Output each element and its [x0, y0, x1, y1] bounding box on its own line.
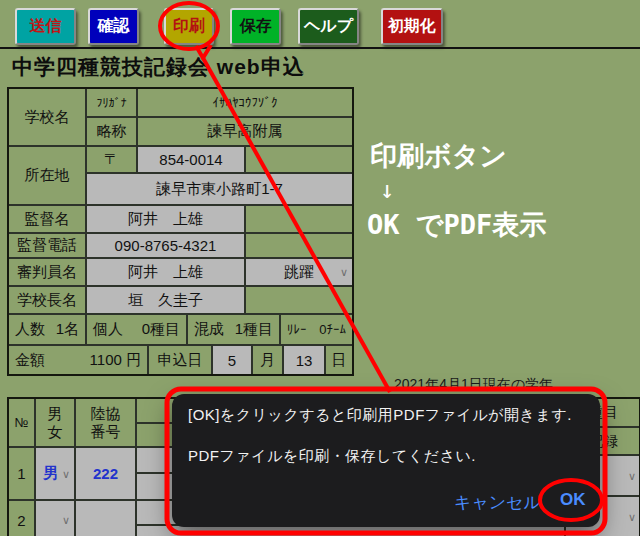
annotation-line1: 印刷ボタン — [370, 138, 507, 174]
fee-value: 1100 円 — [90, 351, 141, 370]
chevron-down-icon: ∨ — [340, 266, 348, 279]
coach-label: 監督名 — [8, 205, 86, 233]
school-name-label: 学校名 — [8, 88, 86, 146]
address-input[interactable]: 諫早市東小路町1-7 — [86, 173, 353, 205]
row2-assoc-input[interactable] — [75, 500, 136, 536]
furigana-value[interactable]: ｲｻﾊﾔｺｳﾌｿﾞｸ — [137, 88, 353, 117]
individual-value: 0種目 — [142, 320, 180, 339]
count-cell: 人数 1名 — [8, 314, 86, 345]
combined-label: 混成 — [194, 320, 224, 339]
dialog-cancel-button[interactable]: キャンセル — [448, 490, 547, 515]
toolbar-divider — [0, 47, 640, 49]
coach-tel-input[interactable]: 090-8765-4321 — [86, 233, 245, 258]
row2-no: 2 — [8, 500, 35, 536]
page: 送信 確認 印刷 保存 ヘルプ 初期化 中学四種競技記録会 web申込 学校名 … — [0, 0, 640, 536]
individual-cell: 個人 0種目 — [86, 314, 187, 345]
principal-spare-cell — [245, 286, 353, 314]
annotation-arrow-icon: ↓ — [380, 176, 394, 204]
judge-role-value: 跳躍 — [284, 263, 314, 282]
coach-spare-cell — [245, 205, 353, 233]
chevron-down-icon: ∨ — [62, 514, 70, 527]
col-header-no: № — [8, 398, 35, 447]
judge-role-select[interactable]: 跳躍 ∨ — [245, 258, 353, 286]
short-name-value[interactable]: 諫早高附属 — [137, 117, 353, 146]
furigana-label: ﾌﾘｶﾞﾅ — [86, 88, 137, 117]
day-unit: 日 — [325, 345, 353, 375]
save-button[interactable]: 保存 — [230, 8, 281, 45]
fee-label: 金額 — [15, 351, 45, 370]
print-button[interactable]: 印刷 — [164, 8, 214, 45]
judge-label: 審判員名 — [8, 258, 86, 286]
day-input[interactable]: 13 — [283, 345, 325, 375]
col-header-assoc: 陸協 番号 — [75, 398, 136, 447]
zip-spare-cell — [245, 146, 353, 173]
chevron-down-icon: ∨ — [62, 467, 70, 480]
row1-no: 1 — [8, 447, 35, 500]
row1-sex-select[interactable]: 男 ∨ — [35, 447, 75, 500]
help-button[interactable]: ヘルプ — [298, 8, 359, 45]
relay-label: ﾘﾚｰ — [287, 322, 307, 337]
month-input[interactable]: 5 — [212, 345, 252, 375]
address-label: 所在地 — [8, 146, 86, 205]
col-header-sex: 男 女 — [35, 398, 75, 447]
assoc-header-line1: 陸協 — [91, 405, 121, 423]
individual-label: 個人 — [93, 320, 123, 339]
assoc-header-line2: 番号 — [91, 423, 121, 441]
confirm-button[interactable]: 確認 — [88, 8, 139, 45]
send-button[interactable]: 送信 — [15, 8, 76, 45]
dialog-message-1: [OK]をクリックすると印刷用PDFファイルが開きます. — [188, 406, 572, 425]
sex-header-line1: 男 — [48, 405, 63, 423]
row1-assoc-input[interactable]: 222 — [75, 447, 136, 500]
row1-sex-value: 男 — [44, 464, 59, 483]
relay-cell: ﾘﾚｰ 0ﾁｰﾑ — [280, 314, 353, 345]
principal-input[interactable]: 垣 久圭子 — [86, 286, 245, 314]
combined-cell: 混成 1種目 — [187, 314, 280, 345]
age-reference-note: 2021年4月1日現在の学年 — [394, 376, 553, 394]
month-unit: 月 — [252, 345, 283, 375]
count-value: 1名 — [56, 320, 79, 339]
chevron-down-icon: ∨ — [628, 510, 636, 523]
sex-header-line2: 女 — [48, 423, 63, 441]
apply-date-label: 申込日 — [148, 345, 212, 375]
short-name-label: 略称 — [86, 117, 137, 146]
relay-value: 0ﾁｰﾑ — [319, 322, 346, 337]
postal-mark: 〒 — [86, 146, 137, 173]
dialog-message-2: PDFファイルを印刷・保存してください. — [188, 447, 476, 466]
annotation-line2: OK でPDF表示 — [367, 207, 546, 243]
reset-button[interactable]: 初期化 — [381, 8, 443, 45]
judge-input[interactable]: 阿井 上雄 — [86, 258, 245, 286]
count-label: 人数 — [15, 320, 45, 339]
chevron-down-icon: ∨ — [628, 469, 636, 482]
combined-value: 1種目 — [235, 320, 273, 339]
dialog-ok-button[interactable]: OK — [554, 489, 592, 511]
coach-tel-spare-cell — [245, 233, 353, 258]
coach-tel-label: 監督電話 — [8, 233, 86, 258]
coach-input[interactable]: 阿井 上雄 — [86, 205, 245, 233]
row2-sex-select[interactable]: ∨ — [35, 500, 75, 536]
zip-input[interactable]: 854-0014 — [137, 146, 245, 173]
fee-cell: 金額 1100 円 — [8, 345, 148, 375]
principal-label: 学校長名 — [8, 286, 86, 314]
page-title: 中学四種競技記録会 web申込 — [12, 53, 305, 81]
